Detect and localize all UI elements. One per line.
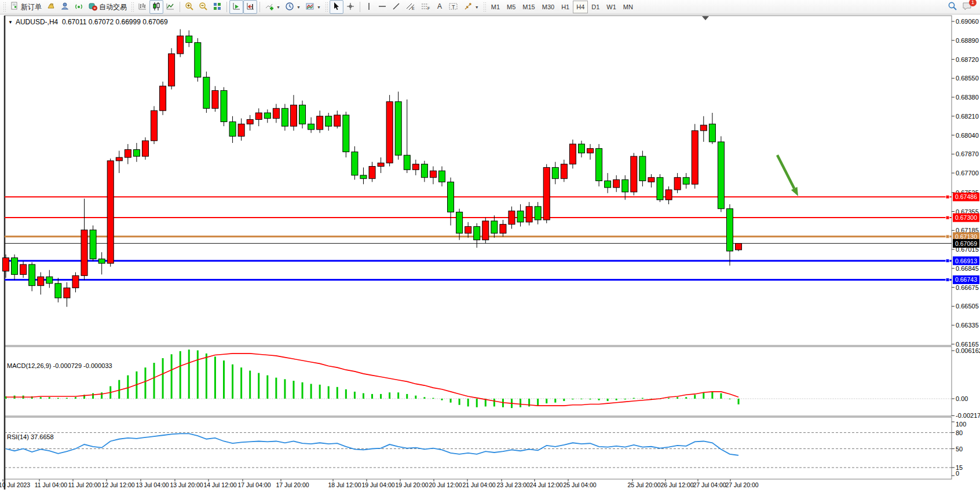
equidistant-channel-button[interactable]: E <box>403 0 418 14</box>
svg-text:17 Jul 04:00: 17 Jul 04:00 <box>237 481 270 488</box>
timeframe-mn[interactable]: MN <box>620 1 637 13</box>
ohlc-values: 0.67011 0.67072 0.66999 0.67069 <box>62 18 168 26</box>
chart-shift-icon <box>246 2 255 13</box>
timeframe-m1[interactable]: M1 <box>488 1 503 13</box>
horizontal-line-button[interactable] <box>375 0 389 14</box>
new-order-icon <box>10 2 19 13</box>
rsi-indicator-label: RSI(14) 37.6658 <box>7 433 54 440</box>
dropdown-caret-icon: ▼ <box>317 5 321 9</box>
svg-text:0.68720: 0.68720 <box>956 56 979 63</box>
svg-text:0.68550: 0.68550 <box>956 75 979 82</box>
collapse-triangle-icon[interactable]: ▼ <box>8 20 13 25</box>
channel-icon: E <box>405 2 416 13</box>
price-axis[interactable]: 0.690600.688900.687200.685500.683800.682… <box>952 18 979 348</box>
candlestick-chart-button[interactable] <box>149 0 163 14</box>
arrows-button[interactable]: ▼ <box>461 0 481 14</box>
svg-text:20 Jul 12:00: 20 Jul 12:00 <box>429 481 462 488</box>
tile-windows-icon <box>213 2 222 13</box>
cursor-button[interactable] <box>330 0 343 14</box>
svg-text:F: F <box>427 6 430 10</box>
svg-text:100: 100 <box>956 421 966 428</box>
svg-text:0.68040: 0.68040 <box>956 132 979 139</box>
text-label-button[interactable]: T <box>446 0 461 14</box>
toolbar-grip[interactable] <box>483 2 486 12</box>
rsi-value: 37.6658 <box>31 433 54 440</box>
timeframe-m5[interactable]: M5 <box>503 1 519 13</box>
new-order-button[interactable]: 新订单 <box>8 0 44 14</box>
svg-text:11 Jul 04:00: 11 Jul 04:00 <box>35 481 68 488</box>
signal-icon <box>74 2 83 13</box>
timeframe-h1[interactable]: H1 <box>558 1 573 13</box>
vertical-line-button[interactable] <box>363 0 375 14</box>
svg-text:12 Jul 12:00: 12 Jul 12:00 <box>101 481 134 488</box>
svg-text:21 Jul 04:00: 21 Jul 04:00 <box>462 481 495 488</box>
trendline-button[interactable] <box>389 0 403 14</box>
timeframe-m30[interactable]: M30 <box>539 1 558 13</box>
svg-text:26 Jul 12:00: 26 Jul 12:00 <box>660 481 693 488</box>
horizontal-line-icon <box>378 2 387 13</box>
macd-indicator-label: MACD(12,26,9) -0.000729 -0.000033 <box>7 362 112 369</box>
fibonacci-button[interactable]: F <box>418 0 433 14</box>
templates-button[interactable]: ▼ <box>303 0 323 14</box>
timeframe-w1[interactable]: W1 <box>603 1 620 13</box>
svg-text:27 Jul 20:00: 27 Jul 20:00 <box>725 481 758 488</box>
auto-scroll-icon <box>232 2 241 13</box>
time-axis[interactable]: 10 Jul 202311 Jul 04:0011 Jul 20:0012 Ju… <box>0 479 759 488</box>
periods-button[interactable]: ▼ <box>283 0 303 14</box>
mt4-application: { "toolbar": { "new_order_label": "新订单",… <box>0 0 980 493</box>
bar-chart-icon <box>138 2 147 13</box>
text-label-icon: T <box>448 2 459 13</box>
svg-text:0.67700: 0.67700 <box>956 170 979 176</box>
price-chart-canvas[interactable]: 0.690600.688900.687200.685500.683800.682… <box>0 14 980 493</box>
svg-text:-0.002178: -0.002178 <box>956 412 980 419</box>
search-icon[interactable] <box>948 1 957 13</box>
auto-scroll-button[interactable] <box>229 0 243 14</box>
market-watch-button[interactable] <box>44 0 58 14</box>
svg-text:0.66335: 0.66335 <box>956 322 979 329</box>
chart-frame <box>5 16 952 490</box>
template-icon <box>305 2 315 13</box>
person-cloud-icon <box>60 2 70 13</box>
line-chart-button[interactable] <box>163 0 177 14</box>
toolbar-grip[interactable] <box>131 2 134 12</box>
toolbar-grip[interactable] <box>325 2 328 12</box>
text-button[interactable]: A <box>433 0 446 14</box>
text-icon: A <box>436 2 444 13</box>
svg-text:13 Jul 04:00: 13 Jul 04:00 <box>136 481 169 488</box>
dropdown-caret-icon: ▼ <box>475 5 479 9</box>
bar-chart-button[interactable] <box>136 0 149 14</box>
zoom-in-button[interactable] <box>182 0 196 14</box>
chart-shift-button[interactable] <box>243 0 257 14</box>
svg-text:23 Jul 23:00: 23 Jul 23:00 <box>496 481 529 488</box>
svg-text:0.68380: 0.68380 <box>956 94 979 101</box>
indicators-button[interactable]: ▼ <box>262 0 283 14</box>
crosshair-button[interactable] <box>343 0 357 14</box>
svg-text:0.68890: 0.68890 <box>956 37 979 44</box>
svg-text:0.66743: 0.66743 <box>955 276 977 283</box>
autotrading-button[interactable]: 自动交易 <box>86 0 129 14</box>
toolbar-grip[interactable] <box>3 2 6 12</box>
timeframe-d1[interactable]: D1 <box>588 1 603 13</box>
gold-icon <box>46 2 56 13</box>
svg-text:50: 50 <box>956 446 963 452</box>
svg-text:19 Jul 04:00: 19 Jul 04:00 <box>361 481 394 488</box>
signals-button[interactable] <box>72 0 86 14</box>
svg-text:0.67870: 0.67870 <box>956 150 979 157</box>
svg-text:A: A <box>437 2 442 10</box>
zoom-out-button[interactable] <box>196 0 210 14</box>
timeframe-m15[interactable]: M15 <box>519 1 538 13</box>
notifications-button[interactable]: 1 <box>962 1 973 13</box>
timeframe-h4[interactable]: H4 <box>573 1 588 13</box>
svg-text:80: 80 <box>956 429 963 436</box>
tile-windows-button[interactable] <box>210 0 224 14</box>
svg-text:0.67300: 0.67300 <box>955 214 977 221</box>
zoom-out-icon <box>199 2 208 13</box>
svg-text:11 Jul 20:00: 11 Jul 20:00 <box>68 481 101 488</box>
rsi-name: RSI(14) <box>7 433 29 440</box>
macd-name: MACD(12,26,9) <box>7 362 51 369</box>
community-button[interactable] <box>58 0 72 14</box>
svg-text:13 Jul 20:00: 13 Jul 20:00 <box>170 481 203 488</box>
chart-header: ▼AUDUSD-,H4 0.67011 0.67072 0.66999 0.67… <box>8 18 168 26</box>
symbol-title: AUDUSD-,H4 <box>16 18 58 26</box>
svg-text:0.67130: 0.67130 <box>955 233 977 240</box>
